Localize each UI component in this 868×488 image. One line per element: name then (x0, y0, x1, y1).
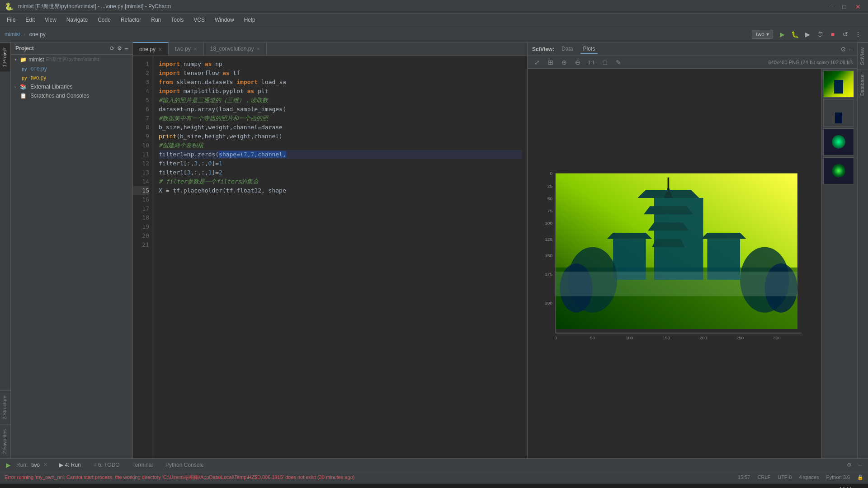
window-title: mimist [E:\新世界\python\mimist] - ...\one.… (18, 3, 171, 10)
bottom-terminal-tab[interactable]: Terminal (128, 461, 157, 469)
svg-text:25: 25 (547, 183, 552, 188)
start-button[interactable]: ⊞ (4, 485, 20, 488)
editor-tabs: one.py ✕ two.py ✕ 18_convolution.py ✕ (133, 42, 527, 56)
app7-icon[interactable]: 📝 (172, 485, 189, 488)
tab-onepy[interactable]: one.py ✕ (133, 42, 169, 56)
tree-twopy[interactable]: py two.py (11, 73, 132, 82)
run-toolbar: ▶ Run: two ✕ ▶ 4: Run ≡ 6: TODO Terminal… (0, 458, 868, 471)
mail-icon[interactable]: ✉ (118, 485, 134, 488)
zoom-11-icon[interactable]: 1:1 (586, 57, 596, 67)
window-controls[interactable]: ─ □ ✕ (826, 2, 863, 11)
sciview-tab-data[interactable]: Data (559, 45, 576, 54)
bottom-console-tab[interactable]: Python Console (161, 461, 208, 469)
sciview-close-icon[interactable]: – (849, 46, 853, 53)
menu-code[interactable]: Code (93, 15, 115, 25)
tab-twopy[interactable]: two.py ✕ (169, 42, 204, 56)
favorites-tab[interactable]: 2:Favorites (0, 424, 10, 458)
sciview-right-tab[interactable]: SciView (858, 42, 868, 70)
py-file-icon2: py (22, 75, 27, 80)
sciview-tab-plots[interactable]: Plots (580, 45, 598, 54)
svg-text:50: 50 (590, 335, 595, 340)
run-play-button[interactable]: ▶ (4, 460, 13, 469)
menu-window[interactable]: Window (210, 15, 239, 25)
tab-onepy-close[interactable]: ✕ (158, 47, 162, 52)
error-message: Error running 'my_own_nn': Cannot start … (5, 474, 733, 481)
more-button[interactable]: ⋮ (853, 29, 863, 40)
tab-convolution-close[interactable]: ✕ (256, 47, 260, 52)
edit-icon[interactable]: ✎ (613, 57, 623, 67)
debug-button[interactable]: 🐛 (789, 29, 800, 40)
image-panel: 0 25 50 75 100 125 150 175 200 0 50 100 … (528, 69, 821, 458)
task-view-button[interactable]: ⧉ (40, 485, 56, 488)
tree-external-libs[interactable]: › 📚 External Libraries (11, 82, 132, 91)
todo-tab-label: ≡ 6: TODO (94, 462, 120, 468)
run-toolbar-close[interactable]: – (855, 460, 864, 469)
run-config-selector[interactable]: two ▾ (752, 30, 773, 39)
stop-button[interactable]: ■ (827, 29, 838, 40)
menu-navigate[interactable]: Navigate (62, 15, 92, 25)
run-button[interactable]: ▶ (777, 29, 788, 40)
zoom-in-icon[interactable]: ⊕ (559, 57, 569, 67)
indent: 4 spaces (799, 474, 819, 480)
sciview-header-icons: ⚙ – (840, 46, 853, 53)
svg-text:250: 250 (736, 335, 744, 340)
database-right-tab[interactable]: Database (858, 70, 868, 100)
explorer-icon[interactable]: 📁 (82, 485, 98, 488)
system-clock: 14:14 2020/11/7 (830, 486, 852, 488)
grid-icon[interactable]: ⊞ (546, 57, 556, 67)
menu-help[interactable]: Help (240, 15, 260, 25)
minimize-button[interactable]: ─ (826, 2, 836, 11)
thumbnail-1[interactable] (823, 70, 854, 98)
menu-view[interactable]: View (40, 15, 61, 25)
svg-text:150: 150 (662, 335, 670, 340)
run-close[interactable]: ✕ (43, 462, 47, 468)
sidebar-sync-icon[interactable]: ⟳ (110, 45, 114, 52)
code-content[interactable]: import numpy as np import tensorflow as … (153, 56, 527, 458)
tab-convolution[interactable]: 18_convolution.py ✕ (204, 42, 267, 56)
zoom-out-icon[interactable]: ⊖ (573, 57, 583, 67)
sidebar-collapse-icon[interactable]: – (125, 45, 128, 52)
sidebar-gear-icon[interactable]: ⚙ (117, 45, 122, 52)
toolbar-file: one.py (29, 31, 46, 38)
cursor-position: 15:57 (738, 474, 750, 480)
thumbnail-2[interactable] (823, 99, 854, 127)
menu-file[interactable]: File (2, 15, 20, 25)
profile-button[interactable]: ⏱ (815, 29, 826, 40)
search-button[interactable]: 🔍 (22, 485, 38, 488)
app8-icon[interactable]: 💻 (190, 485, 207, 488)
chrome-icon[interactable]: 🌐 (100, 485, 116, 488)
dropdown-icon: ▾ (766, 31, 769, 38)
thumbnail-3[interactable] (823, 128, 854, 155)
edge-icon[interactable]: e (64, 485, 80, 488)
coverage-button[interactable]: ▶ (802, 29, 813, 40)
bottom-todo-tab[interactable]: ≡ 6: TODO (89, 461, 124, 469)
tree-root[interactable]: ▾ 📁 mimist E:\新世界\python\mimist (11, 55, 132, 64)
menu-edit[interactable]: Edit (21, 15, 39, 25)
tab-twopy-close[interactable]: ✕ (193, 47, 197, 52)
structure-tab[interactable]: 2:Structure (0, 390, 10, 424)
bottom-run-tab[interactable]: ▶ 4: Run (55, 461, 85, 469)
fit-window-icon[interactable]: ⤢ (532, 57, 542, 67)
svg-marker-6 (652, 239, 685, 247)
svg-text:0: 0 (554, 335, 557, 340)
run-toolbar-gear[interactable]: ⚙ (844, 460, 854, 469)
zoom-fit-icon[interactable]: □ (600, 57, 610, 67)
rerun-button[interactable]: ↺ (840, 29, 851, 40)
app6-icon[interactable]: 🎮 (154, 485, 170, 488)
thumbnail-4[interactable] (823, 157, 854, 184)
menu-vcs[interactable]: VCS (189, 15, 209, 25)
menu-tools[interactable]: Tools (166, 15, 188, 25)
sciview-gear-icon[interactable]: ⚙ (840, 46, 846, 53)
pycharm-icon[interactable]: 🐍 (208, 485, 225, 488)
sidebar-title: Project (15, 45, 34, 52)
tree-onepy[interactable]: py one.py (11, 64, 132, 73)
project-tab[interactable]: 1:Project (0, 42, 10, 71)
menu-run[interactable]: Run (146, 15, 165, 25)
tree-scratches[interactable]: 📋 Scratches and Consoles (11, 91, 132, 100)
code-editor[interactable]: 12345 678910 11121314 15 161718192021 im… (133, 56, 527, 458)
close-button[interactable]: ✕ (853, 2, 863, 11)
image-info: 640x480 PNG (24-bit color) 102.08 kB (769, 60, 853, 65)
maximize-button[interactable]: □ (840, 2, 849, 11)
menu-refactor[interactable]: Refactor (116, 15, 146, 25)
calendar-icon[interactable]: 📅 (136, 485, 152, 488)
